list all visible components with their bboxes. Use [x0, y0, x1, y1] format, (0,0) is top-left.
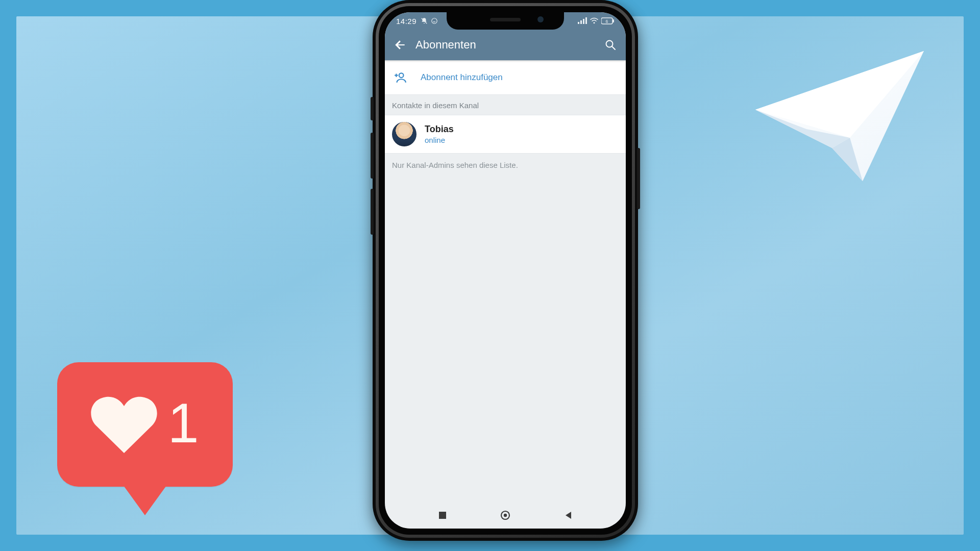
svg-rect-6	[578, 22, 579, 24]
svg-rect-9	[585, 17, 587, 24]
status-left-icons	[421, 17, 438, 24]
section-label-contacts: Kontakte in diesem Kanal	[385, 95, 626, 115]
add-subscriber-label: Abonnent hinzufügen	[421, 72, 503, 83]
svg-rect-12	[612, 19, 614, 22]
phone-side-button	[371, 97, 374, 120]
add-subscriber-row[interactable]: Abonnent hinzufügen	[385, 60, 626, 95]
contact-row[interactable]: Tobias online	[385, 115, 626, 154]
battery-icon: 6	[601, 17, 615, 24]
phone-screen: 14:29	[385, 12, 626, 529]
phone-side-button	[371, 189, 374, 235]
add-person-icon	[392, 71, 408, 84]
svg-rect-19	[439, 512, 446, 519]
search-button[interactable]	[599, 34, 622, 56]
wifi-icon	[590, 17, 599, 24]
stage: 1 14:29	[0, 0, 980, 551]
phone-side-button	[371, 133, 374, 179]
app-bar: Abonnenten	[385, 30, 626, 60]
android-nav-bar	[385, 504, 626, 529]
phone-side-button	[637, 148, 640, 209]
telegram-plane-icon	[745, 41, 929, 194]
heart-icon	[91, 396, 157, 453]
phone-notch	[447, 12, 564, 30]
square-icon	[437, 510, 448, 520]
nav-recents-button[interactable]	[437, 510, 448, 522]
avatar	[392, 122, 416, 146]
circle-icon	[500, 510, 511, 521]
search-icon	[604, 39, 617, 51]
like-bubble: 1	[57, 362, 233, 487]
page-title: Abonnenten	[411, 38, 599, 52]
status-time: 14:29	[396, 17, 416, 26]
status-right-icons: 6	[578, 17, 615, 24]
svg-rect-8	[583, 19, 584, 24]
phone-frame: 14:29	[373, 0, 638, 541]
svg-text:6: 6	[605, 19, 608, 24]
svg-point-21	[504, 514, 507, 517]
nav-home-button[interactable]	[500, 510, 511, 523]
admin-footnote: Nur Kanal-Admins sehen diese Liste.	[385, 154, 626, 177]
back-button[interactable]	[389, 34, 411, 56]
svg-rect-7	[580, 20, 582, 24]
contact-name: Tobias	[425, 124, 454, 135]
svg-point-16	[399, 73, 404, 78]
svg-marker-22	[566, 512, 571, 519]
svg-line-15	[612, 46, 615, 49]
svg-point-5	[432, 18, 437, 24]
triangle-left-icon	[564, 510, 574, 520]
whatsapp-icon	[431, 17, 438, 24]
notification-off-icon	[421, 17, 428, 24]
arrow-left-icon	[394, 38, 407, 52]
svg-point-10	[594, 22, 595, 23]
like-count: 1	[167, 395, 199, 451]
contact-status: online	[425, 136, 454, 144]
nav-back-button[interactable]	[564, 510, 574, 522]
signal-icon	[578, 17, 587, 24]
